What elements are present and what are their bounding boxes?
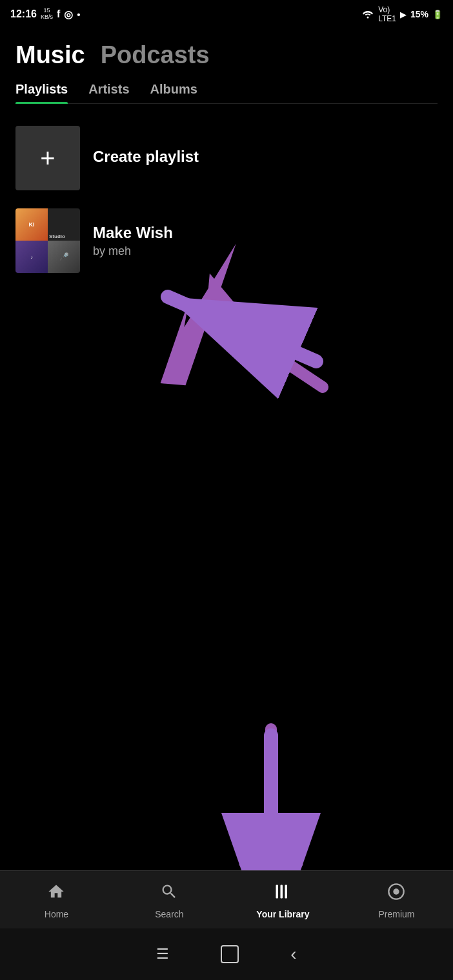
android-home-btn[interactable] (221, 945, 239, 963)
main-content: Music Podcasts Playlists Artists Albums … (0, 28, 453, 282)
make-wish-info: Make Wish by meh (93, 224, 438, 258)
library-icon (274, 883, 292, 905)
header-tabs: Music Podcasts (15, 41, 438, 69)
tab-music[interactable]: Music (15, 41, 85, 69)
create-playlist-thumb: + (15, 126, 80, 190)
bottom-nav: Home Search Your Library Premium (0, 870, 453, 928)
make-wish-subtitle: by meh (93, 245, 438, 258)
spotify-icon: ◎ (64, 8, 73, 21)
status-dot: • (77, 9, 80, 20)
signal-icon: Vo)LTE1 (378, 5, 396, 23)
svg-point-12 (394, 888, 399, 894)
network-bars: ▶ (400, 10, 407, 19)
battery-percent: 15% (410, 9, 428, 19)
subtab-albums[interactable]: Albums (150, 82, 197, 103)
nav-search-label: Search (155, 909, 183, 919)
mosaic-cell-4: 🎤 (48, 241, 80, 273)
status-right: Vo)LTE1 ▶ 15% 🔋 (361, 5, 443, 23)
nav-premium-label: Premium (378, 909, 414, 919)
svg-point-0 (367, 16, 369, 18)
status-data-speed: 15KB/s (41, 8, 53, 21)
premium-icon (387, 883, 405, 905)
sub-tabs: Playlists Artists Albums (15, 82, 438, 104)
status-bar: 12:16 15KB/s f ◎ • Vo)LTE1 ▶ 15% 🔋 (0, 0, 453, 28)
mosaic-cell-3: ♪ (15, 241, 48, 273)
android-nav: ☰ ‹ (0, 928, 453, 980)
svg-rect-8 (276, 885, 279, 899)
wifi-icon (361, 8, 374, 21)
subtab-playlists[interactable]: Playlists (15, 82, 68, 103)
svg-rect-9 (281, 885, 283, 899)
create-playlist-item[interactable]: + Create playlist (15, 117, 438, 199)
make-wish-thumb: KI Studio ♪ 🎤 (15, 208, 80, 273)
nav-library-label: Your Library (256, 909, 309, 919)
android-back-btn[interactable]: ‹ (290, 944, 296, 965)
nav-search[interactable]: Search (143, 883, 195, 919)
create-playlist-info: Create playlist (93, 148, 438, 168)
subtab-artists[interactable]: Artists (88, 82, 129, 103)
search-icon (160, 883, 178, 905)
nav-your-library[interactable]: Your Library (256, 883, 309, 919)
battery-icon: 🔋 (432, 10, 443, 19)
nav-home[interactable]: Home (30, 883, 82, 919)
facebook-icon: f (57, 8, 60, 20)
mosaic-cell-1: KI (15, 208, 48, 241)
tab-podcasts[interactable]: Podcasts (101, 41, 210, 69)
mosaic-cell-2: Studio (48, 208, 80, 241)
make-wish-item[interactable]: KI Studio ♪ 🎤 Make Wish by meh (15, 199, 438, 282)
plus-icon: + (40, 144, 55, 173)
make-wish-title: Make Wish (93, 224, 438, 242)
status-time: 12:16 (10, 8, 37, 20)
svg-rect-10 (285, 885, 288, 899)
android-menu-btn[interactable]: ☰ (156, 946, 169, 963)
create-playlist-title: Create playlist (93, 148, 438, 166)
home-icon (47, 883, 65, 905)
nav-home-label: Home (45, 909, 68, 919)
svg-line-2 (206, 310, 323, 387)
nav-premium[interactable]: Premium (370, 883, 422, 919)
